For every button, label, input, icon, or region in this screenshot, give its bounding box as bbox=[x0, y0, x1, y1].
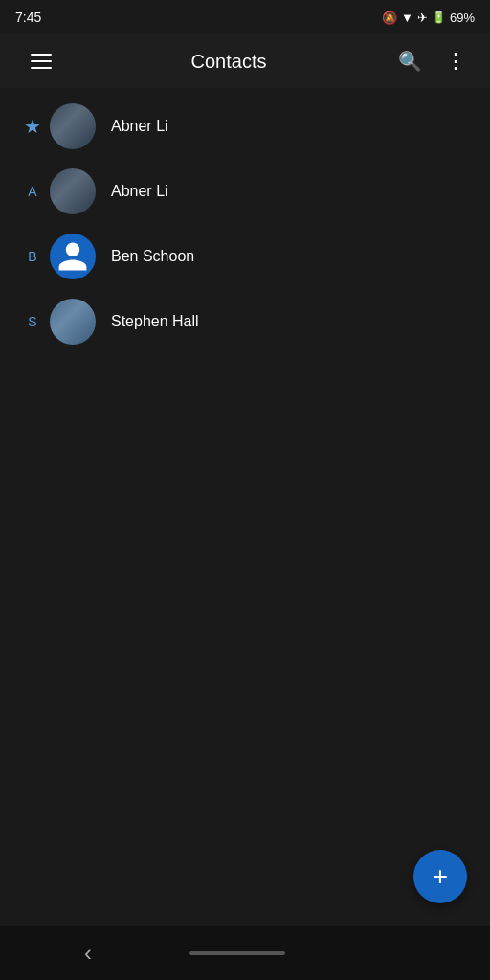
section-label-starred: ★ bbox=[15, 115, 50, 138]
section-label-s: S bbox=[15, 314, 50, 329]
add-icon: + bbox=[433, 861, 448, 892]
more-icon: ⋮ bbox=[445, 49, 467, 74]
contact-name: Abner Li bbox=[111, 183, 168, 200]
battery-icon: 🔋 bbox=[432, 11, 446, 24]
back-icon: ‹ bbox=[84, 940, 92, 967]
avatar bbox=[50, 168, 96, 214]
list-item[interactable]: ★Abner Li bbox=[0, 96, 490, 157]
back-button[interactable]: ‹ bbox=[77, 932, 100, 974]
app-bar: Contacts 🔍 ⋮ bbox=[0, 34, 490, 88]
contact-section-s: SStephen Hall bbox=[0, 291, 490, 352]
contact-section-b: B Ben Schoon bbox=[0, 226, 490, 287]
contact-name: Stephen Hall bbox=[111, 313, 199, 330]
app-bar-left bbox=[15, 38, 67, 84]
airplane-mode-icon: ✈ bbox=[417, 11, 428, 25]
search-icon: 🔍 bbox=[398, 50, 422, 73]
avatar bbox=[50, 234, 96, 279]
search-button[interactable]: 🔍 bbox=[390, 42, 430, 80]
status-time: 7:45 bbox=[15, 10, 41, 25]
person-silhouette-icon bbox=[50, 234, 96, 279]
status-icons: 🔕 ▼ ✈ 🔋 69% bbox=[382, 11, 475, 25]
notification-mute-icon: 🔕 bbox=[382, 11, 397, 25]
wifi-icon: ▼ bbox=[401, 11, 413, 25]
list-item[interactable]: SStephen Hall bbox=[0, 291, 490, 352]
contact-list: ★Abner LiAAbner LiB Ben SchoonSStephen H… bbox=[0, 88, 490, 364]
contact-section-a: AAbner Li bbox=[0, 161, 490, 222]
contact-name: Abner Li bbox=[111, 118, 168, 135]
hamburger-icon bbox=[23, 46, 59, 77]
section-label-b: B bbox=[15, 249, 50, 264]
home-indicator[interactable] bbox=[189, 951, 285, 955]
list-item[interactable]: AAbner Li bbox=[0, 161, 490, 222]
list-item[interactable]: B Ben Schoon bbox=[0, 226, 490, 287]
page-title: Contacts bbox=[67, 51, 390, 73]
contact-section-starred: ★Abner Li bbox=[0, 96, 490, 157]
menu-button[interactable] bbox=[15, 38, 67, 84]
add-contact-fab[interactable]: + bbox=[413, 850, 467, 903]
section-label-a: A bbox=[15, 184, 50, 199]
status-bar: 7:45 🔕 ▼ ✈ 🔋 69% bbox=[0, 0, 490, 34]
app-bar-actions: 🔍 ⋮ bbox=[390, 41, 475, 81]
bottom-nav-bar: ‹ bbox=[0, 926, 490, 980]
contact-name: Ben Schoon bbox=[111, 248, 194, 265]
battery-percent: 69% bbox=[450, 11, 475, 25]
avatar bbox=[50, 299, 96, 345]
avatar bbox=[50, 103, 96, 149]
more-options-button[interactable]: ⋮ bbox=[437, 41, 475, 81]
